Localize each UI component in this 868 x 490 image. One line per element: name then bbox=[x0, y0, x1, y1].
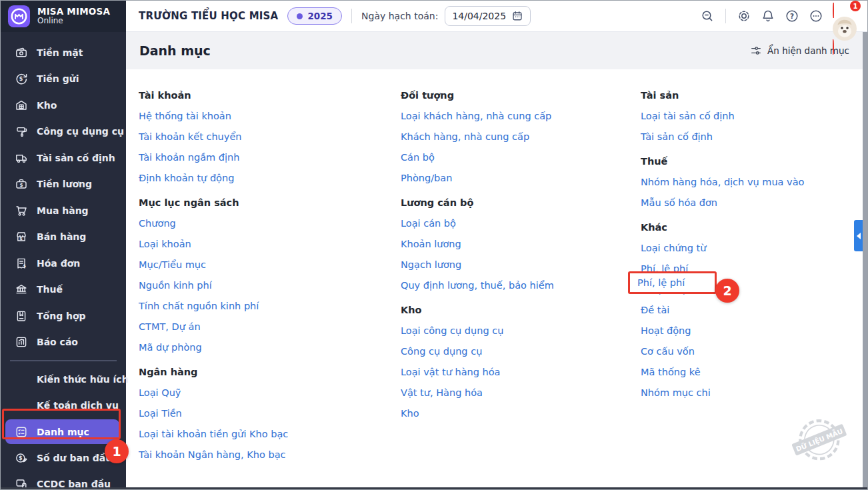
catalog-link[interactable]: Đề tài bbox=[641, 304, 669, 317]
catalog-section: Đối tượngLoại khách hàng, nhà cung cấpKh… bbox=[401, 89, 641, 185]
catalog-section: KhoLoại công cụ dụng cụCông cụ dụng cụLo… bbox=[401, 304, 641, 420]
catalog-section: Tài sảnLoại tài sản cố địnhTài sản cố đị… bbox=[641, 89, 863, 143]
more-options-icon[interactable] bbox=[809, 9, 823, 23]
brand-title: MISA MIMOSA bbox=[37, 7, 110, 17]
catalog-link[interactable]: Mục/Tiểu mục bbox=[139, 259, 206, 271]
catalog-link[interactable]: Hệ thống tài khoản bbox=[139, 110, 231, 123]
briefcase-icon: $ bbox=[15, 177, 28, 191]
sidebar-item-tai-san-co-dinh[interactable]: Tài sản cố định bbox=[1, 145, 126, 171]
catalog-section-title: Ngân hàng bbox=[139, 366, 401, 379]
sidebar-item-cong-cu-dung-cu[interactable]: Công cụ dụng cụ bbox=[1, 119, 126, 145]
catalog-link[interactable]: Loại khách hàng, nhà cung cấp bbox=[401, 110, 551, 123]
catalog-section-title: Lương cán bộ bbox=[401, 197, 641, 209]
sidebar-item-kien-thuc-huu-ich[interactable]: Kiến thức hữu ích bbox=[1, 366, 126, 393]
catalog-link[interactable]: Cán bộ bbox=[401, 151, 435, 164]
notifications-bell-icon[interactable] bbox=[761, 9, 775, 23]
catalog-link[interactable]: Khách hàng, nhà cung cấp bbox=[401, 131, 529, 143]
sidebar-item-label: Tổng hợp bbox=[37, 311, 86, 321]
sidebar-item-label: Tiền lương bbox=[37, 179, 92, 189]
catalog-link[interactable]: Tài khoản Ngân hàng, Kho bạc bbox=[139, 449, 286, 461]
topbar-divider bbox=[351, 9, 352, 23]
catalog-link[interactable]: Tính chất nguồn kinh phí bbox=[139, 300, 259, 313]
catalog-link[interactable]: Khoản lương bbox=[401, 238, 461, 251]
catalog-link[interactable]: Loại công cụ dụng cụ bbox=[401, 325, 503, 337]
chevron-left-icon bbox=[857, 233, 861, 239]
organization-name[interactable]: TRƯỜNG TIỂU HỌC MISA bbox=[139, 10, 278, 22]
catalog-link[interactable]: Loại chứng từ bbox=[641, 242, 706, 255]
posting-date-input[interactable]: 14/04/2025 bbox=[445, 6, 531, 26]
catalog-link[interactable]: Mã thống kê bbox=[641, 366, 701, 379]
catalog-link[interactable]: Chương bbox=[139, 217, 176, 230]
catalog-section: ThuếNhóm hàng hóa, dịch vụ mua vàoMẫu số… bbox=[641, 155, 863, 209]
catalog-link[interactable]: Loại tài sản cố định bbox=[641, 110, 735, 123]
catalog-link[interactable]: Nhiệm vụ bbox=[641, 283, 687, 296]
brand-panel[interactable]: MISA MIMOSA Online bbox=[1, 1, 126, 32]
sidebar-item-kho[interactable]: Kho bbox=[1, 92, 126, 119]
scrollbar[interactable] bbox=[863, 32, 867, 489]
catalog-link[interactable]: Nguồn kinh phí bbox=[139, 279, 212, 292]
sidebar-item-label: Công cụ dụng cụ bbox=[37, 126, 124, 137]
sidebar-item-label: Danh mục bbox=[37, 427, 89, 437]
catalog-link[interactable]: Cơ cấu vốn bbox=[641, 345, 695, 358]
sidebar-item-mua-hang[interactable]: Mua hàng bbox=[1, 197, 126, 224]
collapse-panel-tab[interactable] bbox=[854, 220, 863, 251]
catalog-link[interactable]: Nhóm mục chi bbox=[641, 387, 711, 399]
catalog-link[interactable]: Hoạt động bbox=[641, 325, 691, 337]
catalog-link[interactable]: Vật tư, Hàng hóa bbox=[401, 387, 483, 399]
catalog-link[interactable]: Nhóm hàng hóa, dịch vụ mua vào bbox=[641, 176, 804, 189]
page-title: Danh mục bbox=[139, 43, 211, 58]
sidebar-item-ban-hang[interactable]: $Bán hàng bbox=[1, 224, 126, 251]
catalog-link[interactable]: Công cụ dụng cụ bbox=[401, 345, 482, 358]
topbar: MISA MIMOSA Online TRƯỜNG TIỂU HỌC MISA … bbox=[1, 1, 867, 32]
catalog-link[interactable]: Tài khoản ngầm định bbox=[139, 151, 239, 164]
catalog-link[interactable]: Mẫu số hóa đơn bbox=[641, 197, 717, 209]
catalog-link[interactable]: CTMT, Dự án bbox=[139, 321, 201, 333]
sidebar-item-danh-muc[interactable]: Danh mục bbox=[5, 419, 119, 444]
sliders-icon bbox=[750, 45, 762, 57]
settings-gear-icon[interactable] bbox=[737, 9, 751, 23]
sidebar-item-bao-cao[interactable]: Báo cáo bbox=[1, 329, 126, 356]
catalog-link[interactable]: Tài sản cố định bbox=[641, 131, 713, 143]
sidebar-item-thue[interactable]: Thuế bbox=[1, 277, 126, 303]
sidebar-item-tien-mat[interactable]: Tiền mặt bbox=[1, 39, 126, 66]
report-icon bbox=[15, 335, 28, 349]
help-icon[interactable]: ? bbox=[785, 9, 799, 23]
fiscal-year: 2025 bbox=[307, 11, 333, 21]
catalog-link[interactable]: Loại Quỹ bbox=[139, 387, 181, 399]
catalog-link[interactable]: Loại khoản bbox=[139, 238, 191, 251]
posting-date-label: Ngày hạch toán: bbox=[361, 11, 438, 21]
catalog-link[interactable]: Loại cán bộ bbox=[401, 217, 456, 230]
catalog-section: Ngân hàngLoại QuỹLoại TiềnLoại tài khoản… bbox=[139, 366, 401, 461]
calendar-icon[interactable] bbox=[511, 10, 523, 22]
search-icon[interactable] bbox=[700, 9, 715, 23]
topbar-divider bbox=[725, 9, 726, 23]
sidebar-item-tien-luong[interactable]: $Tiền lương bbox=[1, 171, 126, 198]
sidebar-divider bbox=[10, 360, 117, 361]
catalog-link[interactable]: Loại tài khoản tiền gửi Kho bạc bbox=[139, 428, 288, 441]
annotation-step2-badge: 2 bbox=[715, 279, 739, 303]
app-window: MISA MIMOSA Online TRƯỜNG TIỂU HỌC MISA … bbox=[0, 0, 868, 490]
catalog-link[interactable]: Mã dự phòng bbox=[139, 341, 202, 354]
sidebar-item-label: Tiền mặt bbox=[37, 47, 83, 58]
catalog-link[interactable]: Loại vật tư hàng hóa bbox=[401, 366, 501, 379]
brand-subtitle: Online bbox=[37, 17, 110, 25]
catalog-link[interactable]: Quy định lương, thuế, bảo hiểm bbox=[401, 279, 554, 292]
fiscal-year-badge[interactable]: 2025 bbox=[287, 7, 342, 25]
bank-icon bbox=[15, 283, 28, 296]
catalog-section-title: Đối tượng bbox=[401, 89, 641, 102]
toggle-categories-button[interactable]: Ẩn hiện danh mục bbox=[750, 45, 849, 57]
svg-text:$: $ bbox=[19, 182, 23, 188]
sidebar-item-tong-hop[interactable]: Tổng hợp bbox=[1, 303, 126, 329]
catalog-column-1: Tài khoảnHệ thống tài khoảnTài khoản kết… bbox=[139, 89, 401, 487]
catalog-link[interactable]: Ngạch lương bbox=[401, 259, 461, 271]
catalog-link[interactable]: Phòng/ban bbox=[401, 172, 452, 185]
catalog-link[interactable]: Kho bbox=[401, 407, 419, 420]
svg-text:$: $ bbox=[19, 76, 23, 82]
sidebar-item-ke-toan-dich-vu[interactable]: Kế toán dịch vụ bbox=[1, 393, 126, 419]
sidebar-item-hoa-don[interactable]: $Hóa đơn bbox=[1, 250, 126, 277]
catalog-link[interactable]: Định khoản tự động bbox=[139, 172, 234, 185]
catalog-link[interactable]: Loại Tiền bbox=[139, 407, 182, 420]
catalog-link[interactable]: Tài khoản kết chuyển bbox=[139, 131, 242, 143]
catalog-link[interactable]: Phí, lệ phí bbox=[641, 263, 688, 275]
sidebar-item-tien-gui[interactable]: $Tiền gửi bbox=[1, 66, 126, 93]
